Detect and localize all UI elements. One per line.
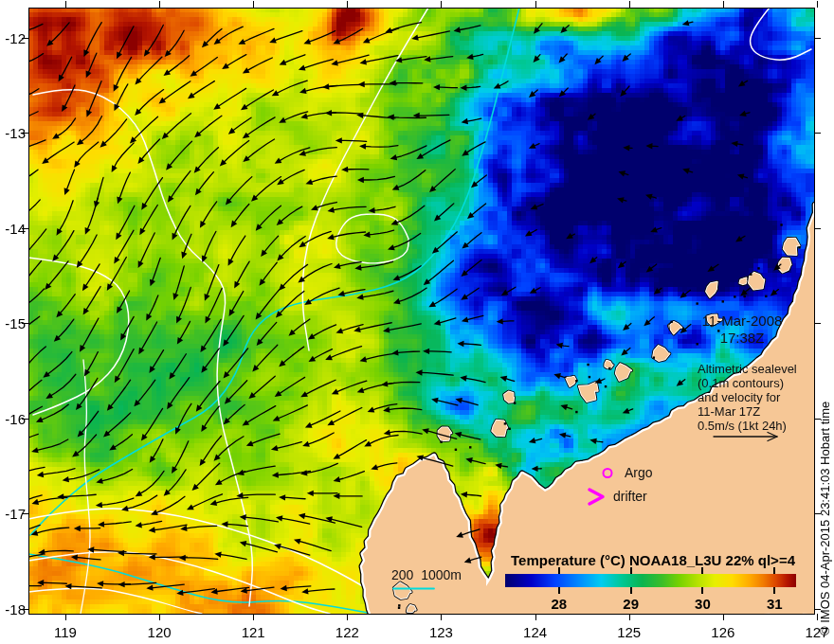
credit-text: © IMOS 04-Apr-2015 23:41:03 Hobart time — [818, 48, 832, 635]
argo-label: Argo — [625, 465, 653, 480]
altimetric-line-1: Altimetric sealevel — [698, 362, 821, 376]
colorbar-tick — [701, 567, 703, 574]
time-text: 17:38Z — [680, 330, 804, 347]
colorbar-tick — [701, 587, 703, 594]
y-tick-label: -13 — [0, 125, 26, 141]
altimetric-line-3: and velocity for — [698, 390, 821, 404]
colorbar-title: Temperature (°C) NOAA18_L3U 22% ql>=4 — [492, 552, 814, 568]
datetime-annotation: 11-Mar-2008 17:38Z — [680, 313, 804, 347]
colorbar-tick — [630, 567, 632, 574]
x-tick-label: 122 — [326, 624, 368, 640]
y-tick-label: -14 — [0, 221, 26, 237]
y-tick-label: -17 — [0, 506, 26, 522]
colorbar: Temperature (°C) NOAA18_L3U 22% ql>=4 28… — [505, 552, 796, 611]
colorbar-tick — [773, 587, 775, 594]
x-tick-label: 120 — [138, 624, 180, 640]
x-tick-label: 125 — [608, 624, 650, 640]
depth-contour-label: 200 1000m — [391, 567, 462, 582]
x-tick-label: 119 — [45, 624, 86, 640]
colorbar-tick-label: 28 — [540, 596, 578, 612]
x-tick-label: 124 — [515, 624, 556, 640]
colorbar-tick-label: 30 — [683, 596, 721, 612]
y-tick-label: -16 — [0, 411, 26, 427]
altimetric-line-5: 0.5m/s (1kt 24h) — [698, 419, 821, 433]
colorbar-tick — [558, 567, 560, 574]
y-tick-label: -12 — [0, 30, 26, 46]
x-tick-label: 123 — [420, 624, 462, 640]
colorbar-gradient — [505, 574, 796, 587]
drifter-label: drifter — [613, 489, 647, 504]
colorbar-tick-label: 31 — [755, 596, 793, 612]
altimetric-line-2: (0.1m contours) — [698, 376, 821, 390]
altimetric-annotation: Altimetric sealevel (0.1m contours) and … — [698, 362, 821, 433]
altimetric-line-4: 11-Mar 17Z — [698, 404, 821, 419]
colorbar-tick-label: 29 — [612, 596, 650, 612]
colorbar-tick — [558, 587, 560, 594]
y-tick-label: -15 — [0, 315, 26, 331]
colorbar-tick — [773, 567, 775, 574]
x-tick-label: 126 — [702, 624, 744, 640]
x-tick-label: 121 — [232, 624, 274, 640]
date-text: 11-Mar-2008 — [680, 313, 804, 330]
colorbar-tick — [630, 587, 632, 594]
y-tick-label: -18 — [0, 601, 26, 617]
sst-map-page: 119120121122123124125126127 -12-13-14-15… — [0, 0, 834, 644]
